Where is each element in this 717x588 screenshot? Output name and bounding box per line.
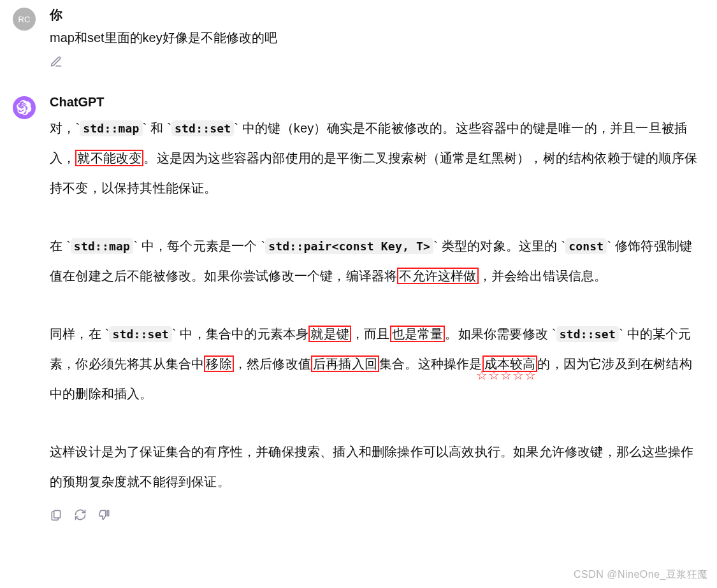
bot-paragraph-1: 对，`std::map` 和 `std::set` 中的键（key）确实是不能被… xyxy=(50,113,704,203)
bot-paragraph-2: 在 `std::map` 中，每个元素是一个 `std::pair<const … xyxy=(50,231,704,291)
code-std-map: std::map xyxy=(80,120,142,136)
stars-annotation: ☆☆☆☆☆ xyxy=(476,368,537,383)
user-name: 你 xyxy=(50,6,704,24)
copy-icon[interactable] xyxy=(50,508,62,524)
thumbs-down-icon[interactable] xyxy=(98,508,111,524)
edit-icon[interactable] xyxy=(50,59,62,70)
code-std-set: std::set xyxy=(171,120,234,136)
bot-message-body: 对，`std::map` 和 `std::set` 中的键（key）确实是不能被… xyxy=(50,113,704,524)
watermark: CSDN @NineOne_豆浆狂魔 xyxy=(574,568,708,582)
svg-rect-0 xyxy=(54,510,61,518)
user-avatar: RC xyxy=(13,8,36,31)
highlight-not-allowed: 不允许这样做 xyxy=(397,268,478,284)
code-std-set: std::set xyxy=(109,326,171,342)
bot-avatar xyxy=(13,96,36,119)
bot-paragraph-4: 这样设计是为了保证集合的有序性，并确保搜索、插入和删除操作可以高效执行。如果允许… xyxy=(50,437,704,497)
highlight-cannot-change: 就不能改变 xyxy=(75,150,143,166)
bot-name: ChatGPT xyxy=(50,95,704,110)
highlight-remove: 移除 xyxy=(204,355,233,372)
highlight-is-key: 就是键 xyxy=(308,326,351,342)
user-message-text: map和set里面的key好像是不能修改的吧 xyxy=(50,27,704,48)
code-const: const xyxy=(565,238,607,254)
user-message: RC 你 map和set里面的key好像是不能修改的吧 xyxy=(0,0,717,71)
highlight-reinsert: 后再插入回 xyxy=(311,355,379,372)
code-std-set: std::set xyxy=(556,326,619,342)
regenerate-icon[interactable] xyxy=(74,508,87,524)
code-std-map: std::map xyxy=(71,238,133,254)
bot-message: ChatGPT 对，`std::map` 和 `std::set` 中的键（ke… xyxy=(0,95,717,524)
bot-paragraph-3: 同样，在 `std::set` 中，集合中的元素本身就是键，而且也是常量。如果你… xyxy=(50,319,704,409)
highlight-is-const: 也是常量 xyxy=(390,326,445,342)
code-std-pair: std::pair<const Key, T> xyxy=(265,238,433,254)
